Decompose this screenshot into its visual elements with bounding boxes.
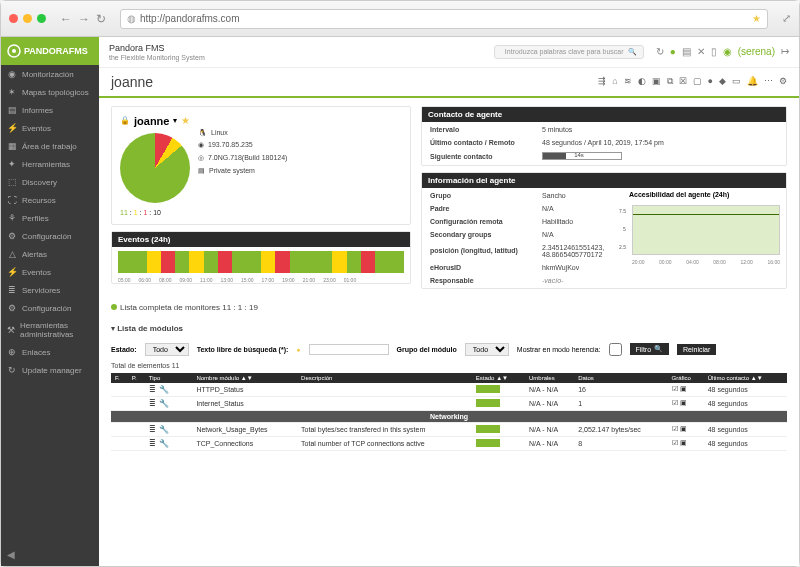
data-icon[interactable]: ▣ bbox=[680, 399, 687, 406]
gear-icon[interactable]: ⚙ bbox=[779, 76, 787, 87]
table-row[interactable]: ≣🔧TCP_ConnectionsTotal number of TCP con… bbox=[111, 436, 787, 450]
header-toolbar: ↻ ● ▤ ✕ ▯ ◉ (serena) ↦ bbox=[656, 46, 789, 57]
minimize-icon[interactable] bbox=[23, 14, 32, 23]
filtro-button[interactable]: Filtro🔍 bbox=[630, 343, 670, 355]
data-icon[interactable]: ▣ bbox=[680, 385, 687, 392]
browser-window: ← → ↻ ◍ http://pandorafms.com ★ ⤢ PANDOR… bbox=[0, 0, 800, 567]
tb-icon-11[interactable]: ▭ bbox=[732, 76, 741, 87]
tb-icon-3[interactable]: ≋ bbox=[624, 76, 632, 87]
sidebar-item-admin-tools[interactable]: ⚒Herramientas administrativas bbox=[1, 317, 99, 343]
state-ok-icon bbox=[476, 399, 500, 407]
sidebar-item-servidores[interactable]: ≣Servidores bbox=[1, 281, 99, 299]
sidebar-item-monitorizacion[interactable]: ◉Monitorización bbox=[1, 65, 99, 83]
user-name[interactable]: (serena) bbox=[738, 46, 775, 57]
search-input[interactable]: Introduzca palabras clave para buscar 🔍 bbox=[494, 45, 644, 59]
browser-chrome: ← → ↻ ◍ http://pandorafms.com ★ ⤢ bbox=[1, 1, 799, 37]
maximize-icon[interactable] bbox=[37, 14, 46, 23]
page-title: joanne bbox=[111, 74, 153, 90]
events-header: Eventos (24h) bbox=[112, 232, 410, 247]
back-icon[interactable]: ← bbox=[60, 12, 72, 26]
reload-icon[interactable]: ↻ bbox=[96, 12, 106, 26]
sidebar-item-config[interactable]: ⚙Configuración bbox=[1, 227, 99, 245]
group-row: Networking bbox=[111, 410, 787, 422]
agent-info-header: Información del agente bbox=[422, 173, 786, 188]
data-icon[interactable]: ▣ bbox=[680, 439, 687, 446]
search-text-input[interactable] bbox=[309, 344, 389, 355]
next-contact-progress: 14s bbox=[542, 152, 622, 160]
logout-icon[interactable]: ↦ bbox=[781, 46, 789, 57]
sidebar-item-herramientas[interactable]: ✦Herramientas bbox=[1, 155, 99, 173]
update-icon: ↻ bbox=[7, 365, 17, 375]
graph-icon[interactable]: ☑ bbox=[672, 385, 678, 392]
table-row[interactable]: ≣🔧Network_Usage_BytesTotal bytes/sec tra… bbox=[111, 422, 787, 436]
app-subtitle: the Flexible Monitoring System bbox=[109, 54, 205, 61]
modules-toggle[interactable]: ▾ Lista de módulos bbox=[111, 324, 787, 333]
sidebar-item-eventos[interactable]: ⚡Eventos bbox=[1, 119, 99, 137]
info-icon[interactable]: ● bbox=[296, 346, 300, 353]
sidebar-item-area[interactable]: ▦Área de trabajo bbox=[1, 137, 99, 155]
content-area: 🔒 joanne ▾ ★ 🐧Linux ◉193.70.85.235 ◎7.0N… bbox=[99, 98, 799, 297]
data-icon[interactable]: ▣ bbox=[680, 425, 687, 432]
tb-icon-9[interactable]: ● bbox=[708, 76, 713, 87]
db-icon: ≣ bbox=[149, 399, 156, 408]
sidebar-collapse[interactable]: ◀ bbox=[1, 543, 99, 566]
sidebar-item-eventos2[interactable]: ⚡Eventos bbox=[1, 263, 99, 281]
access-line-chart: 7.5 5 2.5 bbox=[632, 205, 780, 255]
sidebar-item-enlaces[interactable]: ⊕Enlaces bbox=[1, 343, 99, 361]
herencia-checkbox[interactable] bbox=[609, 343, 622, 356]
events-icon: ⚡ bbox=[7, 123, 17, 133]
tb-icon-4[interactable]: ◐ bbox=[638, 76, 646, 87]
sidebar-item-recursos[interactable]: ⛶Recursos bbox=[1, 191, 99, 209]
tb-icon-13[interactable]: ⋯ bbox=[764, 76, 773, 87]
tb-icon-2[interactable]: ⌂ bbox=[612, 76, 617, 87]
status-ok-icon[interactable]: ● bbox=[670, 46, 676, 57]
url-bar[interactable]: ◍ http://pandorafms.com ★ bbox=[120, 9, 768, 29]
graph-icon[interactable]: ☑ bbox=[672, 425, 678, 432]
bell-icon[interactable]: 🔔 bbox=[747, 76, 758, 87]
chart-icon[interactable]: ▤ bbox=[682, 46, 691, 57]
reiniciar-button[interactable]: Reiniciar bbox=[677, 344, 716, 355]
db-icon: ≣ bbox=[149, 385, 156, 394]
lock-icon: 🔒 bbox=[120, 116, 130, 125]
fullscreen-icon[interactable]: ⤢ bbox=[782, 12, 791, 25]
sidebar-item-discovery[interactable]: ⬚Discovery bbox=[1, 173, 99, 191]
table-row[interactable]: ≣🔧Internet_StatusN/A - N/A1☑ ▣48 segundo… bbox=[111, 396, 787, 410]
graph-icon[interactable]: ☑ bbox=[672, 399, 678, 406]
tb-icon-7[interactable]: ☒ bbox=[679, 76, 687, 87]
favorite-star-icon[interactable]: ★ bbox=[181, 115, 190, 126]
alerts-bell-icon[interactable]: ▯ bbox=[711, 46, 717, 57]
close-icon[interactable] bbox=[9, 14, 18, 23]
estado-select[interactable]: Todo bbox=[145, 343, 189, 356]
events-24h-panel: Eventos (24h) 05:0006:0008:0009:0011:001… bbox=[111, 231, 411, 284]
tb-icon-8[interactable]: ▢ bbox=[693, 76, 702, 87]
table-row[interactable]: ≣🔧HTTPD_StatusN/A - N/A16☑ ▣48 segundos bbox=[111, 383, 787, 397]
brand-logo[interactable]: PANDORAFMS bbox=[1, 37, 99, 65]
forward-icon[interactable]: → bbox=[78, 12, 90, 26]
tb-icon-5[interactable]: ▣ bbox=[652, 76, 661, 87]
tb-icon-1[interactable]: ⇶ bbox=[598, 76, 606, 87]
wrench-icon: 🔧 bbox=[159, 425, 169, 434]
refresh-icon[interactable]: ↻ bbox=[656, 46, 664, 57]
status-pie-chart bbox=[120, 133, 190, 203]
wrench-icon: 🔧 bbox=[159, 385, 169, 394]
chevron-down-icon[interactable]: ▾ bbox=[173, 116, 177, 125]
graph-icon[interactable]: ☑ bbox=[672, 439, 678, 446]
sidebar-item-informes[interactable]: ▤Informes bbox=[1, 101, 99, 119]
search-icon[interactable]: 🔍 bbox=[628, 48, 637, 56]
tools2-icon[interactable]: ✕ bbox=[697, 46, 705, 57]
sidebar-item-perfiles[interactable]: ⚘Perfiles bbox=[1, 209, 99, 227]
bookmark-star-icon[interactable]: ★ bbox=[752, 13, 761, 24]
filter-row: Estado: Todo Texto libre de búsqueda (*)… bbox=[99, 339, 799, 360]
sidebar-item-mapas[interactable]: ✶Mapas topológicos bbox=[1, 83, 99, 101]
tb-icon-10[interactable]: ◆ bbox=[719, 76, 726, 87]
agent-summary-panel: 🔒 joanne ▾ ★ 🐧Linux ◉193.70.85.235 ◎7.0N… bbox=[111, 106, 411, 225]
user-avatar-icon[interactable]: ◉ bbox=[723, 46, 732, 57]
sidebar-item-alertas[interactable]: △Alertas bbox=[1, 245, 99, 263]
tb-icon-6[interactable]: ⧉ bbox=[667, 76, 673, 87]
sidebar-item-update[interactable]: ↻Update manager bbox=[1, 361, 99, 379]
brand-name: PANDORAFMS bbox=[24, 46, 88, 56]
topology-icon: ✶ bbox=[7, 87, 17, 97]
grupo-select[interactable]: Todo bbox=[465, 343, 509, 356]
svg-point-1 bbox=[12, 49, 16, 53]
sidebar-item-config2[interactable]: ⚙Configuración bbox=[1, 299, 99, 317]
